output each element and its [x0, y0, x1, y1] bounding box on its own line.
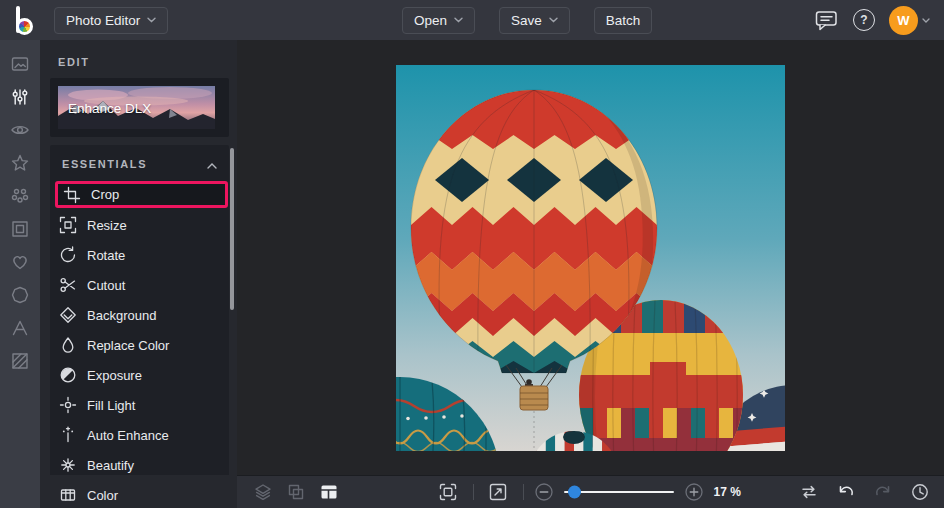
- compare-icon[interactable]: [792, 476, 825, 508]
- chevron-down-icon: [549, 17, 558, 23]
- help-icon[interactable]: ?: [853, 9, 875, 31]
- rail-text-tool-icon[interactable]: [0, 311, 40, 344]
- undo-icon[interactable]: [829, 476, 862, 508]
- essentials-item-label: Fill Light: [87, 398, 135, 413]
- chat-feedback-icon[interactable]: [813, 7, 839, 33]
- avatar-initial: W: [897, 13, 909, 28]
- zoom-percent-label: 17 %: [714, 485, 750, 499]
- resize-icon: [59, 216, 77, 234]
- essentials-item-label: Auto Enhance: [87, 428, 169, 443]
- batch-label: Batch: [606, 13, 641, 28]
- essentials-item-label: Color: [87, 488, 118, 503]
- rail-edit-adjust-icon[interactable]: [0, 80, 40, 113]
- scissors-icon: [59, 276, 77, 294]
- essentials-header[interactable]: ESSENTIALS: [50, 147, 229, 180]
- essentials-item-label: Resize: [87, 218, 127, 233]
- bottom-toolbar: 17 %: [237, 475, 944, 508]
- left-tool-rail: [0, 40, 40, 508]
- essentials-item-replace-color[interactable]: Replace Color: [50, 330, 229, 360]
- divider: [473, 484, 474, 500]
- essentials-item-exposure[interactable]: Exposure: [50, 360, 229, 390]
- essentials-item-label: Background: [87, 308, 156, 323]
- help-glyph: ?: [860, 13, 867, 27]
- essentials-item-color[interactable]: Color: [50, 480, 229, 508]
- rail-frames-icon[interactable]: [0, 212, 40, 245]
- chevron-down-icon: [454, 17, 463, 23]
- essentials-item-beautify[interactable]: Beautify: [50, 450, 229, 480]
- zoom-slider-knob[interactable]: [568, 486, 581, 499]
- rail-artsy-icon[interactable]: [0, 179, 40, 212]
- fill-light-icon: [59, 396, 77, 414]
- essentials-item-label: Exposure: [87, 368, 142, 383]
- essentials-item-fill-light[interactable]: Fill Light: [50, 390, 229, 420]
- chevron-up-icon: [207, 155, 217, 173]
- enhance-dlx-card[interactable]: Enhance DLX: [50, 78, 229, 137]
- rail-touch-up-icon[interactable]: [0, 113, 40, 146]
- panel-section-title: EDIT: [40, 40, 237, 78]
- app-menu-label: Photo Editor: [66, 13, 140, 28]
- rail-textures-icon[interactable]: [0, 344, 40, 377]
- essentials-item-cutout[interactable]: Cutout: [50, 270, 229, 300]
- photo-editor-app: Photo Editor Open Save Batch: [0, 0, 944, 508]
- fit-screen-icon[interactable]: [432, 476, 465, 508]
- rail-overlays-heart-icon[interactable]: [0, 245, 40, 278]
- bottom-right-tools: [792, 476, 944, 508]
- auto-enhance-wand-icon: [59, 426, 77, 444]
- essentials-item-label: Beautify: [87, 458, 134, 473]
- exposure-icon: [59, 366, 77, 384]
- avatar: W: [889, 6, 918, 35]
- bottom-left-tools: [237, 476, 345, 508]
- rail-effects-star-icon[interactable]: [0, 146, 40, 179]
- essentials-item-background[interactable]: Background: [50, 300, 229, 330]
- droplet-icon: [59, 336, 77, 354]
- redo-icon[interactable]: [866, 476, 899, 508]
- essentials-item-crop[interactable]: Crop: [55, 181, 228, 208]
- photo-canvas-image[interactable]: [396, 65, 785, 451]
- open-button[interactable]: Open: [402, 7, 475, 34]
- batch-button[interactable]: Batch: [594, 7, 653, 34]
- divider: [523, 484, 524, 500]
- crop-icon: [63, 186, 81, 204]
- zoom-in-icon[interactable]: [682, 476, 706, 508]
- background-diamond-icon: [59, 306, 77, 324]
- history-icon[interactable]: [903, 476, 936, 508]
- essentials-item-label: Rotate: [87, 248, 125, 263]
- app-menu-button[interactable]: Photo Editor: [54, 7, 168, 34]
- edit-panel: EDIT: [40, 40, 237, 508]
- top-right-actions: ? W: [813, 6, 930, 35]
- open-label: Open: [414, 13, 447, 28]
- rail-graphics-badge-icon[interactable]: [0, 278, 40, 311]
- save-label: Save: [511, 13, 542, 28]
- essentials-item-auto-enhance[interactable]: Auto Enhance: [50, 420, 229, 450]
- essentials-item-resize[interactable]: Resize: [50, 210, 229, 240]
- befunky-logo-icon: [14, 5, 38, 35]
- panel-layout-icon[interactable]: [312, 476, 345, 508]
- workspace: EDIT: [0, 40, 944, 508]
- beautify-flower-icon: [59, 456, 77, 474]
- essentials-item-rotate[interactable]: Rotate: [50, 240, 229, 270]
- save-button[interactable]: Save: [499, 7, 570, 34]
- zoom-slider[interactable]: [564, 485, 674, 499]
- chevron-down-icon: [922, 18, 930, 23]
- top-center-actions: Open Save Batch: [402, 0, 652, 40]
- canvas-area[interactable]: [237, 40, 944, 475]
- top-bar: Photo Editor Open Save Batch: [0, 0, 944, 40]
- rail-photo-manager-icon[interactable]: [0, 47, 40, 80]
- layers-icon[interactable]: [246, 476, 279, 508]
- fullscreen-preview-icon[interactable]: [482, 476, 515, 508]
- transform-icon[interactable]: [279, 476, 312, 508]
- essentials-title: ESSENTIALS: [62, 158, 147, 170]
- zoom-controls: 17 %: [432, 476, 750, 508]
- essentials-item-label: Crop: [91, 187, 119, 202]
- account-menu[interactable]: W: [889, 6, 930, 35]
- enhance-dlx-label: Enhance DLX: [68, 100, 151, 115]
- essentials-item-label: Replace Color: [87, 338, 169, 353]
- rotate-icon: [59, 246, 77, 264]
- enhance-dlx-thumbnail: Enhance DLX: [58, 86, 221, 129]
- essentials-section: ESSENTIALS Crop Resize: [50, 145, 229, 475]
- panel-scrollbar-thumb[interactable]: [230, 148, 234, 310]
- chevron-down-icon: [147, 17, 156, 23]
- color-swatch-icon: [59, 486, 77, 504]
- essentials-item-label: Cutout: [87, 278, 125, 293]
- zoom-out-icon[interactable]: [532, 476, 556, 508]
